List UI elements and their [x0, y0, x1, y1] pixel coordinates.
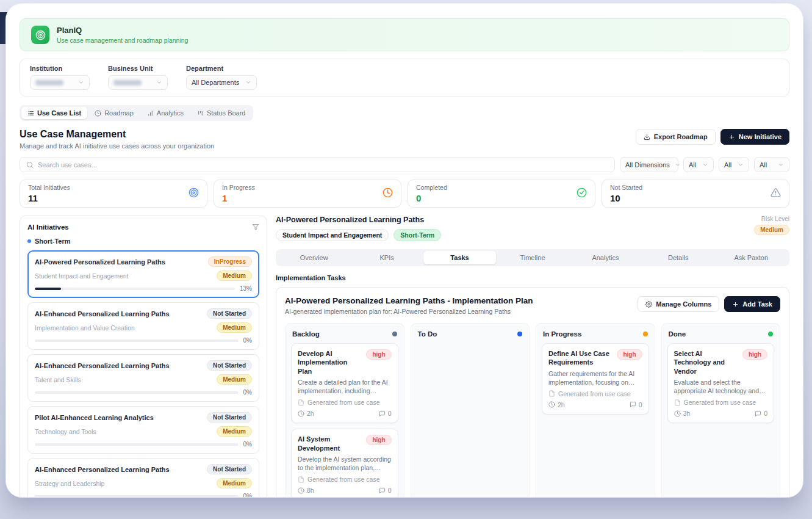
stat-value: 10 [610, 193, 642, 203]
filter-select-institution[interactable] [30, 75, 90, 90]
search-box[interactable] [20, 157, 615, 172]
column-status-dot [643, 332, 648, 336]
column-tasks: Select AI Technology and VendorhighEvalu… [667, 343, 775, 423]
task-source: Generated from use case [307, 476, 379, 483]
implementation-tasks-label: Implementation Tasks [276, 274, 789, 281]
stat-card-not-started: Not Started10 [602, 180, 789, 208]
toolbar-select-2[interactable]: All [719, 157, 749, 172]
file-icon [674, 399, 681, 406]
toolbar-select-3[interactable]: All [754, 157, 789, 172]
manage-columns-button[interactable]: Manage Columns [638, 296, 719, 312]
task-title: Define AI Use Case Requirements [548, 349, 613, 367]
column-status-dot [392, 332, 397, 336]
message-icon [379, 410, 386, 417]
app-tagline: Use case management and roadmap planning [57, 37, 188, 44]
view-tabs: Use Case ListRoadmapAnalyticsStatus Boar… [20, 105, 253, 121]
initiative-card-1[interactable]: AI-Enhanced Personalized Learning PathsN… [27, 302, 259, 350]
kanban-column-done: DoneSelect AI Technology and VendorhighE… [661, 323, 781, 497]
filter-select-department[interactable]: All Departments [186, 75, 257, 90]
progress-bar [35, 391, 239, 394]
toolbar-select-0[interactable]: All Dimensions [620, 157, 678, 172]
column-name: In Progress [543, 330, 581, 338]
detail-tab-overview[interactable]: Overview [278, 251, 350, 264]
kanban-column-in-progress: In ProgressDefine AI Use Case Requiremen… [536, 323, 655, 497]
clock-icon [548, 401, 555, 408]
chevron-down-icon [156, 79, 162, 85]
toolbar-select-1[interactable]: All [683, 157, 714, 172]
page-subtitle: Manage and track AI initiative use cases… [20, 142, 214, 150]
new-initiative-label: New Initiative [739, 133, 781, 140]
add-task-button[interactable]: Add Task [724, 296, 780, 312]
task-hours: 3h [683, 410, 691, 417]
group-dot [27, 239, 31, 243]
bar-chart-icon [147, 110, 154, 117]
app-banner: PlanIQ Use case management and roadmap p… [20, 18, 789, 51]
initiative-dimension: Talent and Skills [35, 376, 81, 383]
task-title: AI System Development [298, 435, 362, 452]
org-filter-bar: InstitutionBusiness UnitDepartmentAll De… [20, 59, 789, 96]
kanban-column-backlog: BacklogDevelop AI Implementation Planhig… [285, 323, 404, 497]
detail-tab-details[interactable]: Details [642, 251, 714, 264]
filter-select-business-unit[interactable] [108, 75, 168, 90]
initiative-dimension: Technology and Tools [35, 428, 96, 435]
planiq-logo-icon [31, 26, 49, 44]
task-card[interactable]: AI System DevelopmenthighDevelop the AI … [291, 429, 398, 497]
stat-label: Completed [416, 184, 447, 191]
add-task-label: Add Task [742, 300, 772, 308]
task-comments: 0 [764, 410, 767, 417]
new-initiative-button[interactable]: New Initiative [720, 129, 789, 145]
progress-bar [35, 495, 239, 498]
search-icon [26, 161, 34, 169]
status-badge: Not Started [207, 464, 252, 474]
progress-label: 0% [243, 389, 252, 396]
view-tab-status-board[interactable]: Status Board [191, 107, 252, 119]
stat-value: 0 [416, 193, 447, 203]
view-tab-analytics[interactable]: Analytics [141, 107, 190, 119]
manage-columns-label: Manage Columns [656, 300, 711, 308]
column-tasks: Define AI Use Case RequirementshighGathe… [542, 343, 649, 415]
risk-level-badge: Medium [754, 225, 789, 235]
detail-tab-analytics[interactable]: Analytics [569, 251, 642, 264]
column-name: Backlog [292, 330, 320, 338]
detail-tab-tasks[interactable]: Tasks [423, 251, 496, 264]
initiative-card-2[interactable]: AI-Enhanced Personalized Learning PathsN… [27, 354, 259, 402]
view-tab-label: Status Board [207, 109, 246, 117]
task-card[interactable]: Develop AI Implementation PlanhighCreate… [291, 343, 398, 423]
file-icon [548, 390, 555, 397]
view-tab-roadmap[interactable]: Roadmap [88, 107, 140, 119]
task-card[interactable]: Select AI Technology and VendorhighEvalu… [667, 343, 775, 423]
task-description: Create a detailed plan for the AI implem… [298, 378, 392, 395]
task-description: Gather requirements for the AI implement… [548, 369, 642, 387]
chevron-down-icon [702, 162, 708, 168]
initiative-dimension: Student Impact and Engagement [35, 272, 129, 280]
initiative-card-0[interactable]: AI-Powered Personalized Learning PathsIn… [27, 250, 259, 298]
view-tab-use-case-list[interactable]: Use Case List [21, 107, 87, 119]
initiatives-list: AI-Powered Personalized Learning PathsIn… [27, 250, 259, 497]
toolbar-select-value: All [724, 161, 731, 169]
plus-icon [732, 301, 739, 308]
status-badge: Not Started [207, 412, 252, 423]
kanban-columns: BacklogDevelop AI Implementation Planhig… [285, 323, 780, 497]
task-description: Evaluate and select the appropriate AI t… [674, 378, 768, 395]
status-badge: InProgress [208, 256, 252, 267]
task-hours: 2h [307, 410, 314, 417]
group-short-term: Short-Term [27, 238, 259, 245]
implementation-plan-panel: AI-Powered Personalized Learning Paths -… [276, 287, 789, 497]
app-window: PlanIQ Use case management and roadmap p… [6, 4, 803, 497]
task-card[interactable]: Define AI Use Case RequirementshighGathe… [542, 343, 649, 415]
status-badge: Not Started [207, 360, 252, 371]
sidebar-title: AI Initiatives [27, 223, 69, 231]
detail-tab-timeline[interactable]: Timeline [496, 251, 569, 264]
export-roadmap-button[interactable]: Export Roadmap [636, 129, 716, 145]
view-tab-label: Roadmap [104, 109, 134, 117]
initiative-card-4[interactable]: AI-Enhanced Personalized Learning PathsN… [27, 458, 259, 497]
filter-icon[interactable] [252, 223, 259, 231]
clock-icon [383, 187, 393, 198]
search-input[interactable] [38, 161, 608, 169]
task-comments: 0 [639, 401, 642, 408]
detail-tab-kpis[interactable]: KPIs [350, 251, 423, 264]
priority-badge: high [366, 435, 391, 445]
stat-label: In Progress [222, 184, 255, 191]
detail-tab-ask-paxton[interactable]: Ask Paxton [715, 251, 788, 264]
initiative-card-3[interactable]: Pilot AI-Enhanced Learning AnalyticsNot … [27, 406, 259, 454]
